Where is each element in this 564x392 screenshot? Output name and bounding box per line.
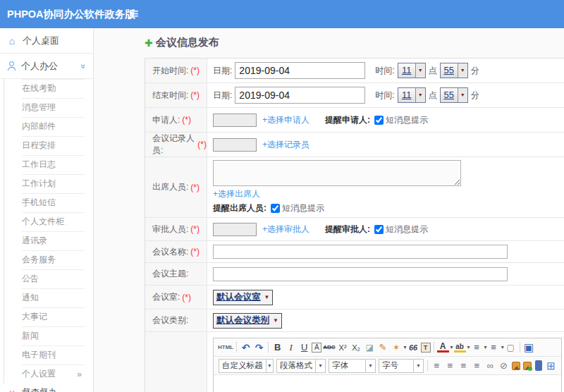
editor-toolbar-row1: HTML ↶ ↷ B I U A ABC X² X₂ ◪ ✎ xyxy=(214,338,561,357)
select-attendees-link[interactable]: +选择出席人 xyxy=(213,188,260,200)
subscript-icon[interactable]: X₂ xyxy=(350,341,362,355)
align-right-icon[interactable]: ≡ xyxy=(458,359,470,373)
hamburger-menu-icon[interactable]: ≡ xyxy=(130,0,139,28)
caret-down-icon: ▼ xyxy=(458,88,467,102)
home-icon: ⌂ xyxy=(7,35,17,47)
blockquote-icon[interactable]: 66 xyxy=(407,341,419,355)
sidebar-item-internal-mail[interactable]: 内部邮件 xyxy=(4,117,93,136)
required-mark: (*) xyxy=(182,115,191,125)
end-date-input[interactable] xyxy=(235,87,365,104)
required-mark: (*) xyxy=(190,66,200,75)
row-meeting-topic: 会议主题: xyxy=(145,263,564,286)
sidebar-item-major-events[interactable]: 大事记 xyxy=(4,307,93,326)
caret-down-icon[interactable]: ▾ xyxy=(501,344,504,350)
meeting-topic-input[interactable] xyxy=(213,267,508,281)
approver-input[interactable] xyxy=(213,223,257,236)
page-title: ✚ 会议信息发布 xyxy=(145,36,219,49)
sidebar: ⌂ 个人桌面 个人办公 » 在线考勤 消息管理 内部邮件 日程安排 工作日志 工… xyxy=(0,28,94,392)
applicant-input[interactable] xyxy=(213,114,257,127)
custom-title-dropdown[interactable]: 自定义标题 ▾ xyxy=(219,359,274,373)
italic-icon[interactable]: I xyxy=(285,341,297,355)
end-minute-select[interactable]: 55 ▼ xyxy=(440,87,468,103)
start-minute-select[interactable]: 55 ▼ xyxy=(440,63,468,78)
meeting-name-input[interactable] xyxy=(213,245,508,259)
required-mark: (*) xyxy=(190,90,200,100)
select-approver-link[interactable]: +选择审批人 xyxy=(262,223,309,235)
row-recorder: 会议记录人员:(*) +选择记录员 xyxy=(145,133,564,157)
user-icon xyxy=(7,61,16,71)
end-hour-select[interactable]: 11 ▼ xyxy=(398,87,426,103)
insert-image-icon[interactable] xyxy=(512,362,520,370)
sidebar-item-supervision[interactable]: ✕ 督查督办 » xyxy=(0,384,93,392)
caret-down-icon[interactable]: ▾ xyxy=(404,344,407,350)
sidebar-item-messages[interactable]: 消息管理 xyxy=(4,98,93,117)
row-meeting-name: 会议名称:(*) xyxy=(145,241,564,263)
supervise-icon: ✕ xyxy=(7,388,17,392)
sidebar-item-e-journal[interactable]: 电子期刊 xyxy=(4,345,93,365)
required-mark: (*) xyxy=(197,140,207,149)
select-recorder-link[interactable]: +选择记录员 xyxy=(262,139,309,151)
remove-link-icon[interactable]: ⊘ xyxy=(498,359,510,373)
insert-link-icon[interactable]: ∞ xyxy=(484,359,496,373)
recorder-input[interactable] xyxy=(213,138,257,152)
caret-down-icon: ▾ xyxy=(413,360,423,372)
sidebar-item-schedule[interactable]: 日程安排 xyxy=(4,136,93,155)
fullscreen-icon[interactable]: ▣ xyxy=(523,341,535,355)
justify-icon[interactable]: ≡ xyxy=(471,359,483,373)
chevron-right-icon: » xyxy=(77,369,85,379)
start-date-input[interactable] xyxy=(235,62,365,79)
sidebar-item-attendance[interactable]: 在线考勤 xyxy=(4,79,93,98)
caret-down-icon[interactable]: ▾ xyxy=(484,344,487,350)
upload-image-icon[interactable] xyxy=(523,362,532,370)
rich-text-editor: HTML ↶ ↷ B I U A ABC X² X₂ ◪ ✎ xyxy=(213,338,562,392)
html-source-button[interactable]: HTML xyxy=(218,341,233,355)
bold-icon[interactable]: B xyxy=(271,341,283,355)
font-family-dropdown[interactable]: 字体 ▾ xyxy=(329,359,376,373)
meeting-room-select[interactable]: 默认会议室 ▼ xyxy=(213,290,273,305)
insert-media-icon[interactable] xyxy=(535,360,542,371)
sidebar-item-news[interactable]: 新闻 xyxy=(4,326,93,345)
new-page-icon[interactable]: ▢ xyxy=(505,341,517,355)
applicant-sms-checkbox[interactable] xyxy=(374,116,384,125)
align-left-icon[interactable]: ≡ xyxy=(431,359,443,373)
meeting-category-select[interactable]: 默认会议类别 ▼ xyxy=(213,313,282,329)
sidebar-item-announcements[interactable]: 公告 xyxy=(4,269,93,288)
format-painter-icon[interactable]: ✶ xyxy=(391,341,403,355)
font-border-icon[interactable]: A xyxy=(312,343,321,353)
highlight-color-icon[interactable]: ab xyxy=(454,342,466,353)
attendees-sms-checkbox[interactable] xyxy=(271,204,280,213)
clean-format-icon[interactable]: ✎ xyxy=(377,341,389,355)
redo-icon[interactable]: ↷ xyxy=(253,341,265,355)
attendees-textarea[interactable] xyxy=(213,160,461,186)
font-color-icon[interactable]: A xyxy=(437,342,449,353)
sidebar-item-meeting-services[interactable]: 会务服务 xyxy=(4,250,93,269)
sidebar-item-personal-desktop[interactable]: ⌂ 个人桌面 xyxy=(0,28,93,54)
caret-down-icon[interactable]: ▾ xyxy=(450,344,453,350)
ordered-list-icon[interactable]: ≡ xyxy=(471,341,483,355)
sidebar-item-notices[interactable]: 通知 xyxy=(4,288,93,307)
paste-text-icon[interactable]: T xyxy=(421,343,431,353)
paragraph-format-dropdown[interactable]: 段落格式 ▾ xyxy=(276,359,326,373)
sidebar-item-contacts[interactable]: 通讯录 xyxy=(4,231,93,250)
superscript-icon[interactable]: X² xyxy=(337,341,349,355)
start-hour-select[interactable]: 11 ▼ xyxy=(398,63,426,78)
undo-icon[interactable]: ↶ xyxy=(240,341,252,355)
editor-content-area[interactable] xyxy=(214,375,561,392)
select-applicant-link[interactable]: +选择申请人 xyxy=(262,114,309,126)
sidebar-item-personal-settings[interactable]: 个人设置 » xyxy=(4,365,93,384)
sidebar-item-sms[interactable]: 手机短信 xyxy=(4,193,93,212)
sidebar-item-work-log[interactable]: 工作日志 xyxy=(4,155,93,174)
approver-sms-checkbox[interactable] xyxy=(374,225,384,234)
unordered-list-icon[interactable]: ≡ xyxy=(488,341,500,355)
eraser-icon[interactable]: ◪ xyxy=(364,341,376,355)
sidebar-item-work-plan[interactable]: 工作计划 xyxy=(4,174,93,193)
underline-icon[interactable]: U xyxy=(298,341,310,355)
align-center-icon[interactable]: ≡ xyxy=(444,359,456,373)
sidebar-submenu: 在线考勤 消息管理 内部邮件 日程安排 工作日志 工作计划 手机短信 个人文件柜… xyxy=(4,79,93,384)
caret-down-icon[interactable]: ▾ xyxy=(467,344,470,350)
insert-table-icon[interactable]: ⊞ xyxy=(545,359,557,373)
sidebar-item-personal-office[interactable]: 个人办公 » xyxy=(0,54,93,79)
font-size-dropdown[interactable]: 字号 ▾ xyxy=(379,359,424,373)
strikethrough-icon[interactable]: ABC xyxy=(323,341,335,355)
sidebar-item-personal-files[interactable]: 个人文件柜 xyxy=(4,212,93,231)
